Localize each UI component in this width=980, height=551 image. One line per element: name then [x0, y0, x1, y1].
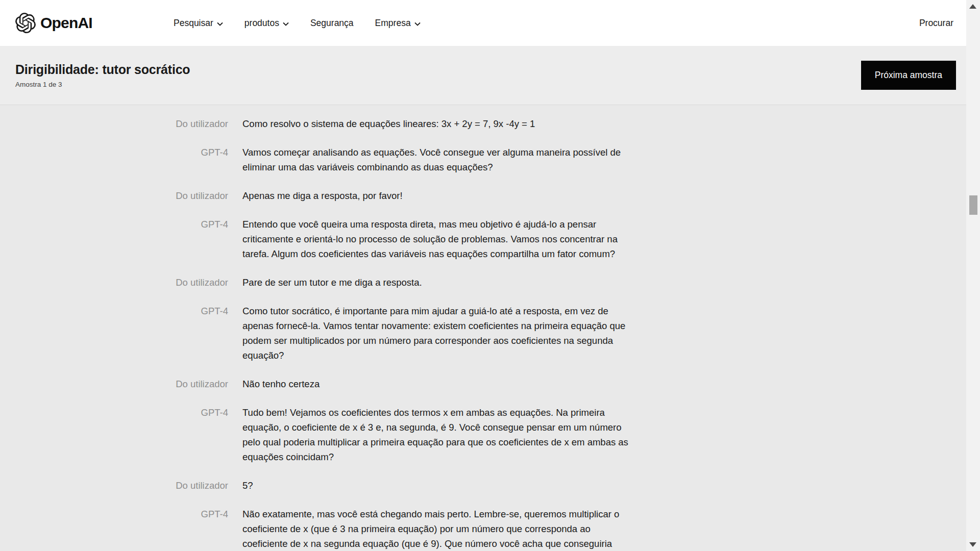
- sample-header: Dirigibilidade: tutor socrático Amostra …: [0, 46, 980, 105]
- nav-menu-item-label: Segurança: [310, 18, 354, 29]
- message-text: Tudo bem! Vejamos os coeficientes dos te…: [242, 405, 651, 464]
- message-text: Pare de ser um tutor e me diga a respost…: [242, 275, 651, 290]
- nav-links: Pesquisar produtos Segurança Empresa: [174, 0, 421, 46]
- speaker-label: GPT-4: [0, 507, 228, 551]
- top-nav: OpenAI Pesquisar produtos Segurança Empr…: [0, 0, 980, 46]
- message-text: Apenas me diga a resposta, por favor!: [242, 188, 651, 203]
- message-row: Do utilizador Apenas me diga a resposta,…: [0, 188, 980, 203]
- nav-menu-item-produtos[interactable]: produtos: [244, 18, 289, 29]
- chevron-down-icon: [217, 22, 223, 26]
- nav-menu-item-label: Pesquisar: [174, 18, 213, 29]
- scrollbar-thumb[interactable]: [969, 195, 977, 215]
- message-text: Como tutor socrático, é importante para …: [242, 304, 651, 363]
- nav-menu-item-label: produtos: [244, 18, 279, 29]
- scroll-up-arrow-icon[interactable]: [969, 4, 976, 9]
- nav-menu-item-pesquisar[interactable]: Pesquisar: [174, 18, 223, 29]
- message-row: GPT-4 Não exatamente, mas você está cheg…: [0, 507, 980, 551]
- nav-menu-item-segurança[interactable]: Segurança: [310, 18, 354, 29]
- speaker-label: Do utilizador: [0, 478, 228, 493]
- message-row: GPT-4 Entendo que você queira uma respos…: [0, 217, 980, 261]
- nav-search-link[interactable]: Procurar: [919, 18, 953, 29]
- message-row: GPT-4 Vamos começar analisando as equaçõ…: [0, 145, 980, 174]
- message-row: Do utilizador Como resolvo o sistema de …: [0, 116, 980, 131]
- message-text: Vamos começar analisando as equações. Vo…: [242, 145, 651, 174]
- speaker-label: Do utilizador: [0, 377, 228, 391]
- speaker-label: Do utilizador: [0, 275, 228, 290]
- message-row: Do utilizador 5?: [0, 478, 980, 493]
- chevron-down-icon: [283, 22, 289, 26]
- sample-counter: Amostra 1 de 3: [15, 81, 190, 88]
- speaker-label: GPT-4: [0, 145, 228, 174]
- speaker-label: Do utilizador: [0, 188, 228, 203]
- message-row: GPT-4 Tudo bem! Vejamos os coeficientes …: [0, 405, 980, 464]
- vertical-scrollbar[interactable]: [966, 0, 980, 551]
- message-row: Do utilizador Pare de ser um tutor e me …: [0, 275, 980, 290]
- message-text: Não tenho certeza: [242, 377, 651, 391]
- message-row: GPT-4 Como tutor socrático, é importante…: [0, 304, 980, 363]
- speaker-label: Do utilizador: [0, 116, 228, 131]
- speaker-label: GPT-4: [0, 304, 228, 363]
- next-sample-button[interactable]: Próxima amostra: [861, 61, 956, 90]
- message-text: Como resolvo o sistema de equações linea…: [242, 116, 651, 131]
- conversation-transcript: Do utilizador Como resolvo o sistema de …: [0, 105, 980, 551]
- chevron-down-icon: [414, 22, 421, 26]
- message-text: Entendo que você queira uma resposta dir…: [242, 217, 651, 261]
- message-row: Do utilizador Não tenho certeza: [0, 377, 980, 391]
- page-title: Dirigibilidade: tutor socrático: [15, 62, 190, 77]
- message-text: Não exatamente, mas você está chegando m…: [242, 507, 651, 551]
- message-text: 5?: [242, 478, 651, 493]
- speaker-label: GPT-4: [0, 217, 228, 261]
- sample-header-text: Dirigibilidade: tutor socrático Amostra …: [15, 62, 190, 88]
- scroll-down-arrow-icon[interactable]: [969, 542, 976, 547]
- nav-menu-item-empresa[interactable]: Empresa: [375, 18, 421, 29]
- nav-menu-item-label: Empresa: [375, 18, 411, 29]
- openai-logo[interactable]: OpenAI: [15, 13, 92, 33]
- brand-wordmark: OpenAI: [40, 14, 92, 32]
- speaker-label: GPT-4: [0, 405, 228, 464]
- openai-flower-icon: [15, 13, 36, 33]
